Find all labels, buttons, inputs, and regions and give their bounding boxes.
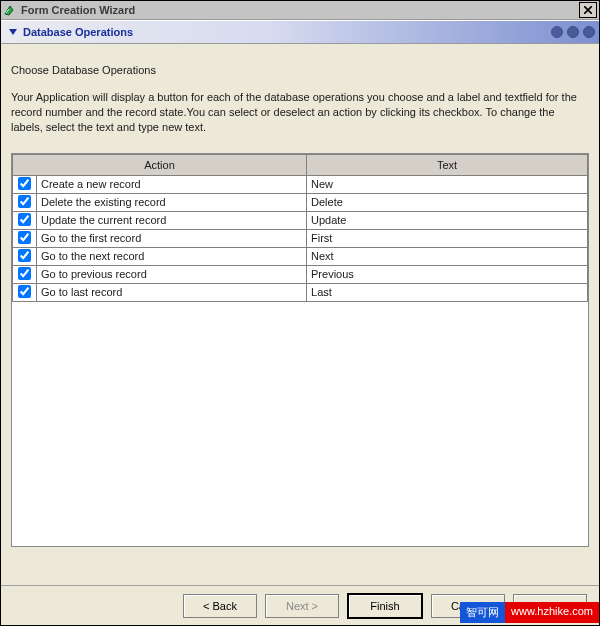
table-header-row: Action Text (13, 154, 588, 175)
row-checkbox[interactable] (18, 249, 31, 262)
table-row: Go to the next recordNext (13, 247, 588, 265)
header-decoration (515, 21, 599, 43)
page-title: Choose Database Operations (11, 64, 589, 76)
close-icon (584, 6, 592, 14)
row-checkbox-cell (13, 211, 37, 229)
back-button[interactable]: < Back (183, 594, 257, 618)
row-text-cell[interactable]: Last (307, 283, 588, 301)
operations-table-container: Action Text Create a new recordNewDelete… (11, 153, 589, 547)
chevron-down-icon (9, 29, 17, 35)
table-row: Delete the existing recordDelete (13, 193, 588, 211)
row-checkbox-cell (13, 247, 37, 265)
row-checkbox-cell (13, 193, 37, 211)
row-text-cell[interactable]: New (307, 175, 588, 193)
operations-table: Action Text Create a new recordNewDelete… (12, 154, 588, 302)
table-row: Go to the first recordFirst (13, 229, 588, 247)
titlebar: Form Creation Wizard (1, 1, 599, 20)
row-action-cell[interactable]: Update the current record (37, 211, 307, 229)
table-row: Update the current recordUpdate (13, 211, 588, 229)
page-description: Your Application will display a button f… (11, 90, 589, 135)
row-checkbox-cell (13, 229, 37, 247)
content-area: Choose Database Operations Your Applicat… (1, 44, 599, 547)
row-checkbox[interactable] (18, 267, 31, 280)
watermark-text-a: 智可网 (460, 602, 505, 623)
row-checkbox-cell (13, 265, 37, 283)
wizard-window: Form Creation Wizard Database Operations… (0, 0, 600, 626)
row-text-cell[interactable]: First (307, 229, 588, 247)
row-action-cell[interactable]: Go to previous record (37, 265, 307, 283)
row-checkbox[interactable] (18, 231, 31, 244)
row-action-cell[interactable]: Go to last record (37, 283, 307, 301)
row-text-cell[interactable]: Update (307, 211, 588, 229)
finish-button[interactable]: Finish (347, 593, 423, 619)
table-row: Go to previous recordPrevious (13, 265, 588, 283)
table-row: Go to last recordLast (13, 283, 588, 301)
column-header-action[interactable]: Action (13, 154, 307, 175)
row-action-cell[interactable]: Create a new record (37, 175, 307, 193)
row-checkbox[interactable] (18, 213, 31, 226)
row-action-cell[interactable]: Go to the next record (37, 247, 307, 265)
row-checkbox[interactable] (18, 195, 31, 208)
close-button[interactable] (579, 2, 597, 18)
watermark: 智可网 www.hzhike.com (460, 602, 599, 623)
section-header-label: Database Operations (23, 26, 133, 38)
column-header-text[interactable]: Text (307, 154, 588, 175)
row-checkbox-cell (13, 283, 37, 301)
next-button: Next > (265, 594, 339, 618)
row-checkbox[interactable] (18, 177, 31, 190)
app-icon (3, 3, 17, 17)
row-checkbox-cell (13, 175, 37, 193)
table-row: Create a new recordNew (13, 175, 588, 193)
section-header[interactable]: Database Operations (1, 20, 599, 44)
window-title: Form Creation Wizard (21, 4, 579, 16)
row-text-cell[interactable]: Delete (307, 193, 588, 211)
watermark-text-b: www.hzhike.com (505, 602, 599, 623)
row-action-cell[interactable]: Delete the existing record (37, 193, 307, 211)
row-text-cell[interactable]: Next (307, 247, 588, 265)
row-action-cell[interactable]: Go to the first record (37, 229, 307, 247)
row-text-cell[interactable]: Previous (307, 265, 588, 283)
row-checkbox[interactable] (18, 285, 31, 298)
